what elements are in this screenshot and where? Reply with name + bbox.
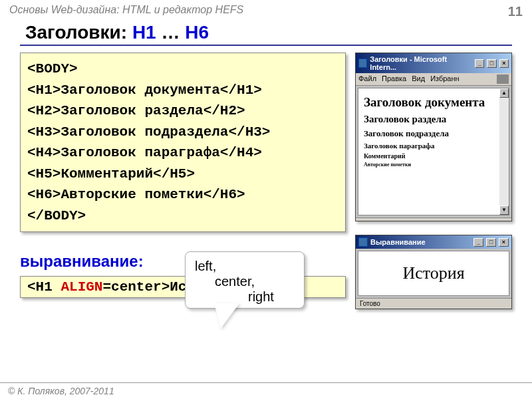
- callout-line: left,: [195, 259, 295, 274]
- rendered-h4: Заголовок параграфа: [364, 142, 503, 150]
- menu-chevron-icon[interactable]: [497, 74, 509, 84]
- code-line: <H2>Заголовок раздела</H2>: [27, 100, 338, 122]
- scroll-down-icon[interactable]: ▼: [499, 205, 509, 215]
- maximize-button[interactable]: □: [487, 59, 496, 68]
- browser-preview-headings: Заголовки - Microsoft Intern... _ □ × Фа…: [355, 53, 512, 221]
- browser-titlebar: Выравнивание _ □ ×: [356, 235, 511, 249]
- menu-file[interactable]: Файл: [358, 74, 376, 84]
- browser-preview-align: Выравнивание _ □ × История Готово: [355, 235, 512, 309]
- scroll-up-icon[interactable]: ▲: [499, 88, 509, 98]
- minimize-button[interactable]: _: [473, 238, 483, 247]
- browser-statusbar: [356, 217, 511, 221]
- code-line: <H5>Комментарий</H5>: [27, 164, 338, 185]
- rendered-h6: Авторские пометки: [364, 162, 503, 168]
- favicon-icon: [358, 237, 368, 247]
- browser-viewport: Заголовок документа Заголовок раздела За…: [358, 88, 509, 215]
- code-open: <H1: [27, 279, 61, 295]
- code-line: <H3>Заголовок подраздела</H3>: [27, 122, 338, 143]
- code-line: <BODY>: [27, 59, 338, 80]
- callout-line: right: [195, 289, 295, 305]
- maximize-button[interactable]: □: [486, 238, 496, 247]
- rendered-h3: Заголовок подраздела: [364, 128, 503, 139]
- callout-tail-icon: [214, 303, 239, 329]
- header-subject: Основы Web-дизайна: HTML и редактор HEFS: [9, 4, 243, 19]
- title-prefix: Заголовки:: [25, 22, 132, 43]
- browser-viewport: История: [358, 251, 509, 296]
- menu-edit[interactable]: Правка: [382, 74, 406, 84]
- title-h1: H1: [132, 22, 156, 43]
- minimize-button[interactable]: _: [475, 59, 484, 68]
- code-line: </BODY>: [27, 205, 338, 227]
- browser-titlebar: Заголовки - Microsoft Intern... _ □ ×: [356, 53, 511, 73]
- rendered-centered-h1: История: [402, 263, 464, 283]
- browser-statusbar: Готово: [356, 298, 511, 309]
- rendered-h5: Комментарий: [364, 152, 503, 160]
- status-text: Готово: [360, 300, 380, 307]
- title-ellipsis: …: [156, 22, 186, 43]
- menu-favorites[interactable]: Избранн: [430, 74, 460, 84]
- close-button[interactable]: ×: [499, 59, 509, 68]
- code-line: <H6>Авторские пометки</H6>: [27, 184, 338, 205]
- slide-title: Заголовки: H1 … H6: [20, 22, 512, 46]
- title-h6: H6: [185, 22, 209, 43]
- code-block-headings: <BODY> <H1>Заголовок документа</H1> <H2>…: [20, 53, 346, 232]
- scrollbar[interactable]: ▲ ▼: [499, 88, 509, 215]
- page-number: 11: [508, 4, 523, 19]
- code-line: <H4>Заголовок параграфа</H4>: [27, 142, 338, 164]
- window-title: Заголовки - Microsoft Intern...: [370, 55, 469, 71]
- rendered-h2: Заголовок раздела: [364, 114, 503, 125]
- callout-line: center,: [195, 274, 295, 289]
- favicon-icon: [358, 59, 367, 68]
- footer-copyright: © К. Поляков, 2007-2011: [0, 382, 532, 399]
- browser-menubar: Файл Правка Вид Избранн: [356, 73, 511, 86]
- window-title: Выравнивание: [370, 238, 426, 246]
- callout-align-values: left, center, right: [185, 251, 305, 309]
- rendered-h1: Заголовок документа: [364, 95, 503, 110]
- code-attr: ALIGN: [61, 279, 102, 295]
- code-line: <H1>Заголовок документа</H1>: [27, 80, 338, 101]
- menu-view[interactable]: Вид: [412, 74, 425, 84]
- close-button[interactable]: ×: [499, 238, 509, 247]
